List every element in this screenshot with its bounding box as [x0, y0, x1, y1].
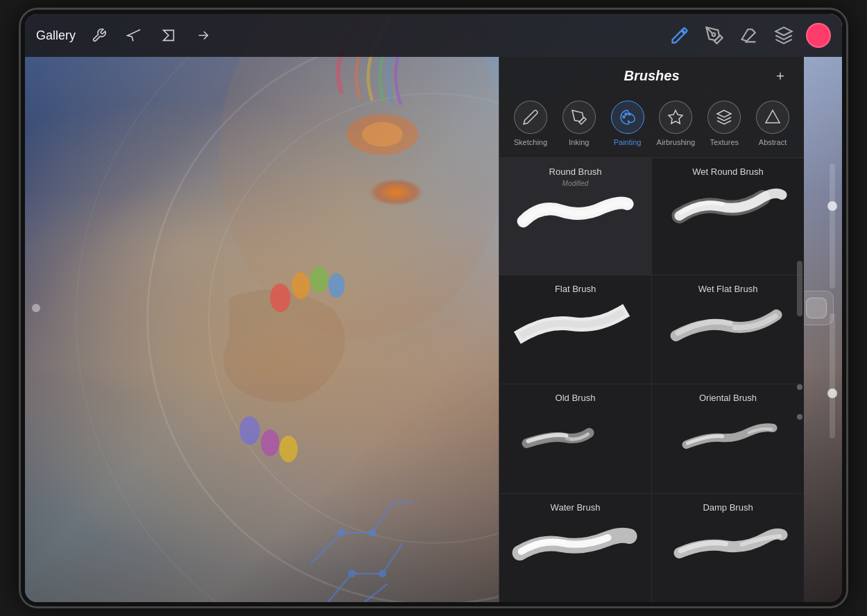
- eraser-tool-button[interactable]: [737, 23, 762, 48]
- brush-preview-wet-round-brush: [663, 182, 793, 231]
- abstract-icon: [756, 101, 789, 134]
- selection-tool-icon[interactable]: [192, 24, 214, 46]
- svg-point-26: [628, 113, 630, 115]
- brush-item-oriental-brush[interactable]: Oriental Brush: [652, 384, 804, 493]
- brush-name-wet-round-brush: Wet Round Brush: [663, 166, 793, 177]
- brush-subtitle-round-brush: Modified: [510, 180, 640, 187]
- inking-icon: [563, 101, 596, 134]
- brush-item-old-brush[interactable]: Old Brush: [499, 384, 651, 493]
- brush-item-wet-round-brush[interactable]: Wet Round Brush: [652, 158, 804, 275]
- svg-point-6: [270, 284, 290, 312]
- svg-point-25: [625, 113, 627, 115]
- panel-scrollbar[interactable]: [797, 261, 802, 316]
- brush-item-damp-brush[interactable]: Damp Brush: [652, 494, 804, 603]
- home-button-inner: [806, 298, 827, 318]
- abstract-label: Abstract: [759, 138, 787, 146]
- tab-sketching[interactable]: Sketching: [510, 101, 551, 146]
- opacity-slider[interactable]: [830, 164, 835, 289]
- svg-marker-27: [669, 110, 683, 123]
- svg-point-13: [338, 530, 345, 536]
- gallery-button[interactable]: Gallery: [36, 28, 76, 43]
- svg-point-3: [219, 14, 505, 339]
- brush-name-old-brush: Old Brush: [510, 393, 640, 403]
- brush-preview-old-brush: [510, 409, 640, 457]
- tab-textures[interactable]: Textures: [703, 101, 745, 146]
- svg-marker-23: [775, 27, 791, 35]
- brush-name-damp-brush: Damp Brush: [663, 502, 793, 513]
- brush-item-water-brush[interactable]: Water Brush: [499, 494, 651, 603]
- svg-marker-28: [766, 110, 780, 123]
- svg-point-24: [623, 116, 625, 118]
- brush-item-flat-brush[interactable]: Flat Brush: [499, 275, 651, 384]
- brushes-add-button[interactable]: +: [771, 67, 790, 86]
- svg-point-9: [328, 273, 345, 298]
- adjust-tool-icon[interactable]: [123, 24, 145, 46]
- tab-inking[interactable]: Inking: [558, 101, 600, 146]
- textures-icon: [707, 101, 741, 134]
- brush-item-round-brush[interactable]: Round Brush Modified: [499, 158, 651, 275]
- svg-point-11: [261, 429, 280, 456]
- color-swatch-button[interactable]: [806, 23, 831, 48]
- brush-preview-wet-flat-brush: [663, 300, 793, 348]
- brushes-panel-title: Brushes: [624, 68, 679, 84]
- brush-preview-water-brush: [510, 518, 640, 567]
- svg-point-12: [280, 436, 298, 462]
- airbrushing-icon: [659, 101, 692, 134]
- brush-name-oriental-brush: Oriental Brush: [663, 393, 793, 403]
- brush-preview-flat-brush: [510, 300, 640, 348]
- toolbar-left: Gallery: [36, 24, 667, 46]
- toolbar-right: [667, 23, 831, 48]
- svg-point-10: [239, 416, 259, 445]
- svg-point-14: [369, 530, 375, 536]
- svg-point-8: [310, 266, 329, 293]
- svg-point-15: [349, 570, 355, 576]
- svg-point-7: [291, 272, 310, 298]
- brushes-panel-header: Brushes +: [499, 57, 804, 95]
- right-side-controls: [830, 161, 835, 441]
- brush-name-flat-brush: Flat Brush: [510, 284, 640, 294]
- smudge-tool-icon[interactable]: [157, 24, 180, 46]
- brush-preview-oriental-brush: [663, 409, 793, 457]
- inking-label: Inking: [569, 138, 589, 146]
- left-side-dot: [32, 304, 40, 312]
- brush-name-wet-flat-brush: Wet Flat Brush: [663, 284, 793, 294]
- brush-list: Round Brush Modified Wet Round Brush: [499, 158, 804, 602]
- category-tabs: Sketching Inking: [499, 95, 804, 158]
- tab-airbrushing[interactable]: Airbrushing: [655, 101, 696, 146]
- scrollbar-dot-2: [797, 414, 802, 420]
- tab-abstract[interactable]: Abstract: [752, 101, 793, 146]
- toolbar: Gallery: [25, 14, 842, 57]
- size-slider[interactable]: [830, 314, 835, 438]
- brush-tool-button[interactable]: [667, 23, 692, 48]
- brush-name-round-brush: Round Brush: [510, 166, 640, 177]
- svg-point-22: [712, 33, 716, 37]
- left-side-control: [32, 304, 40, 312]
- airbrushing-label: Airbrushing: [657, 138, 696, 146]
- inkpen-tool-button[interactable]: [702, 23, 727, 48]
- brush-item-wet-flat-brush[interactable]: Wet Flat Brush: [652, 275, 804, 384]
- svg-point-5: [362, 122, 403, 146]
- layers-button[interactable]: [771, 23, 796, 48]
- textures-label: Textures: [710, 138, 739, 146]
- painting-label: Painting: [614, 138, 642, 146]
- brush-name-water-brush: Water Brush: [510, 502, 640, 513]
- painting-icon: [611, 101, 644, 134]
- svg-point-16: [379, 570, 386, 576]
- brush-preview-round-brush: [510, 190, 640, 239]
- wrench-tool-icon[interactable]: [88, 24, 110, 46]
- sketching-icon: [514, 101, 547, 134]
- brushes-panel: Brushes + Sketching: [499, 57, 804, 602]
- tab-painting[interactable]: Painting: [607, 101, 649, 146]
- device-frame: Gallery: [21, 10, 846, 606]
- brush-preview-damp-brush: [663, 518, 793, 567]
- home-button[interactable]: [799, 291, 834, 325]
- sketching-label: Sketching: [514, 138, 547, 146]
